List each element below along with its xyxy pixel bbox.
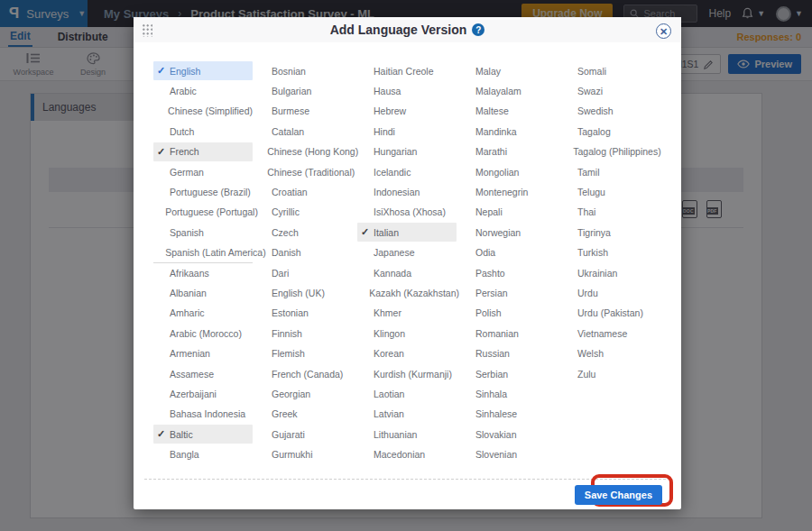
language-option[interactable]: ✓Cyrillic [255, 203, 355, 222]
close-icon[interactable]: ✕ [656, 23, 671, 39]
language-option[interactable]: ✓Tamil [561, 162, 660, 181]
language-option[interactable]: ✓Korean [357, 344, 457, 363]
language-option[interactable]: ✓Mongolian [459, 162, 558, 181]
language-option[interactable]: ✓Catalan [255, 122, 355, 141]
language-option[interactable]: ✓Romanian [459, 324, 558, 343]
language-option[interactable]: ✓French (Canada) [255, 364, 355, 383]
language-option[interactable]: ✓Arabic [153, 81, 253, 100]
language-option[interactable]: ✓German [153, 162, 253, 181]
language-option[interactable]: ✓Polish [459, 304, 558, 323]
language-option[interactable]: ✓Zulu [561, 364, 660, 383]
language-option[interactable]: ✓Welsh [561, 344, 660, 363]
language-option[interactable]: ✓Flemish [255, 344, 355, 363]
help-icon[interactable]: ? [472, 23, 484, 36]
language-option[interactable]: ✓Swedish [561, 102, 660, 121]
language-option[interactable]: ✓Sinhala [459, 384, 558, 403]
drag-handle-icon[interactable] [142, 23, 152, 37]
language-option[interactable]: ✓Azerbaijani [153, 384, 253, 403]
language-option[interactable]: ✓Czech [255, 223, 355, 242]
language-option[interactable]: ✓Hebrew [357, 102, 457, 121]
language-option[interactable]: ✓Kazakh (Kazakhstan) [357, 283, 457, 302]
language-option[interactable]: ✓IsiXhosa (Xhosa) [357, 203, 457, 222]
language-option[interactable]: ✓Chinese (Simplified) [153, 102, 253, 121]
language-option[interactable]: ✓Macedonian [357, 445, 457, 464]
language-option[interactable]: ✓Russian [459, 344, 558, 363]
language-option[interactable]: ✓Khmer [357, 304, 457, 323]
language-option[interactable]: ✓Danish [255, 243, 355, 262]
language-option[interactable]: ✓Italian [357, 223, 457, 242]
language-option[interactable]: ✓Odia [459, 243, 558, 262]
language-option[interactable]: ✓Urdu (Pakistan) [561, 304, 660, 323]
language-option[interactable]: ✓Vietnamese [561, 324, 660, 343]
language-option[interactable]: ✓Lithuanian [357, 425, 457, 444]
language-option[interactable]: ✓Bahasa Indonesia [153, 405, 253, 424]
language-option[interactable]: ✓Finnish [255, 324, 355, 343]
language-option[interactable]: ✓Greek [255, 405, 355, 424]
language-option[interactable]: ✓Arabic (Morocco) [153, 324, 253, 343]
language-option[interactable]: ✓French [153, 142, 253, 161]
language-option[interactable]: ✓Georgian [255, 384, 355, 403]
language-option[interactable]: ✓Chinese (Traditional) [255, 162, 355, 181]
language-option[interactable]: ✓Latvian [357, 405, 457, 424]
language-option[interactable]: ✓Swazi [561, 81, 660, 100]
language-option[interactable]: ✓Thai [561, 203, 660, 222]
language-option[interactable]: ✓Chinese (Hong Kong) [255, 142, 355, 161]
language-option[interactable]: ✓Somali [561, 61, 660, 80]
language-option[interactable]: ✓Laotian [357, 384, 457, 403]
language-option[interactable]: ✓Norwegian [459, 223, 558, 242]
language-option[interactable]: ✓English [153, 61, 253, 80]
language-option[interactable]: ✓Mandinka [459, 122, 558, 141]
language-option[interactable]: ✓English (UK) [255, 283, 355, 302]
language-option[interactable]: ✓Portuguese (Portugal) [153, 203, 253, 222]
language-option[interactable]: ✓Albanian [153, 283, 253, 302]
language-option[interactable]: ✓Bangla [153, 445, 253, 464]
language-option[interactable]: ✓Gujarati [255, 425, 355, 444]
language-option[interactable]: ✓Maltese [459, 102, 558, 121]
language-option[interactable]: ✓Estonian [255, 304, 355, 323]
language-option[interactable]: ✓Tigrinya [561, 223, 660, 242]
language-option[interactable]: ✓Serbian [459, 364, 558, 383]
language-option[interactable]: ✓Gurmukhi [255, 445, 355, 464]
language-option[interactable]: ✓Amharic [153, 304, 253, 323]
language-option[interactable]: ✓Icelandic [357, 162, 457, 181]
language-option[interactable]: ✓Spanish (Latin America) [153, 243, 253, 262]
language-option[interactable]: ✓Burmese [255, 102, 355, 121]
language-option[interactable]: ✓Dutch [153, 122, 253, 141]
language-option[interactable]: ✓Bulgarian [255, 81, 355, 100]
language-option[interactable]: ✓Turkish [561, 243, 660, 262]
language-option[interactable]: ✓Slovenian [459, 445, 558, 464]
language-option[interactable]: ✓Marathi [459, 142, 558, 161]
language-option[interactable]: ✓Afrikaans [153, 263, 253, 282]
language-option[interactable]: ✓Croatian [255, 182, 355, 201]
save-changes-button[interactable]: Save Changes [575, 485, 662, 505]
language-option[interactable]: ✓Japanese [357, 243, 457, 262]
language-option[interactable]: ✓Hindi [357, 122, 457, 141]
language-option[interactable]: ✓Klingon [357, 324, 457, 343]
language-option[interactable]: ✓Kurdish (Kurmanji) [357, 364, 457, 383]
language-option[interactable]: ✓Bosnian [255, 61, 355, 80]
language-option[interactable]: ✓Kannada [357, 263, 457, 282]
language-option[interactable]: ✓Slovakian [459, 425, 558, 444]
language-option[interactable]: ✓Spanish [153, 223, 253, 242]
language-option[interactable]: ✓Hausa [357, 81, 457, 100]
language-option[interactable]: ✓Persian [459, 283, 558, 302]
language-option[interactable]: ✓Urdu [561, 283, 660, 302]
language-option[interactable]: ✓Nepali [459, 203, 558, 222]
language-option[interactable]: ✓Armenian [153, 344, 253, 363]
language-option[interactable]: ✓Tagalog (Philippines) [561, 142, 660, 161]
language-option[interactable]: ✓Portuguese (Brazil) [153, 182, 253, 201]
language-option[interactable]: ✓Indonesian [357, 182, 457, 201]
language-option[interactable]: ✓Sinhalese [459, 405, 558, 424]
language-option[interactable]: ✓Ukrainian [561, 263, 660, 282]
language-option[interactable]: ✓Haitian Creole [357, 61, 457, 80]
language-option[interactable]: ✓Malay [459, 61, 558, 80]
language-option[interactable]: ✓Hungarian [357, 142, 457, 161]
language-option[interactable]: ✓Assamese [153, 364, 253, 383]
language-option[interactable]: ✓Baltic [153, 425, 253, 444]
language-option[interactable]: ✓Dari [255, 263, 355, 282]
language-option[interactable]: ✓Telugu [561, 182, 660, 201]
language-option[interactable]: ✓Tagalog [561, 122, 660, 141]
language-option[interactable]: ✓Montenegrin [459, 182, 558, 201]
language-option[interactable]: ✓Malayalam [459, 81, 558, 100]
language-option[interactable]: ✓Pashto [459, 263, 558, 282]
